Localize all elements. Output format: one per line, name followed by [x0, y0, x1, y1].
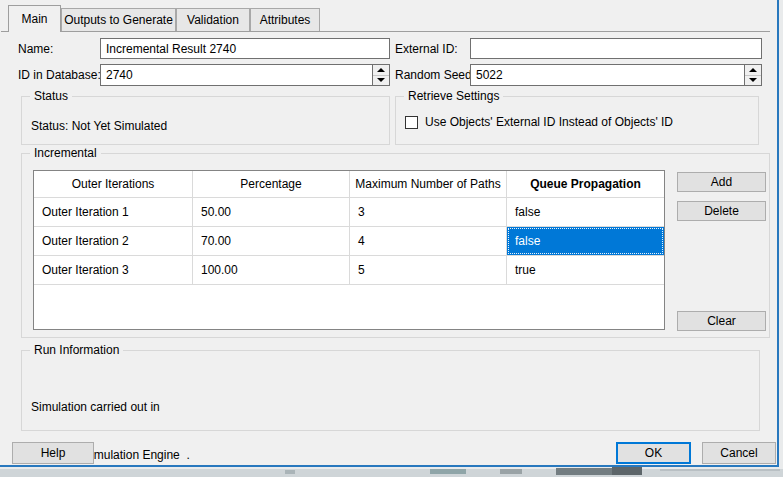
incremental-group-title: Incremental	[30, 146, 101, 160]
iterations-table: Outer Iterations Percentage Maximum Numb…	[33, 170, 665, 330]
result-properties-dialog: Main Outputs to Generate Validation Attr…	[0, 0, 779, 467]
cell-outer-iteration[interactable]: Outer Iteration 3	[34, 256, 193, 284]
id-in-database-input[interactable]: 2740	[100, 64, 390, 86]
cancel-button-label: Cancel	[720, 446, 757, 460]
run-information-title: Run Information	[30, 343, 123, 357]
spin-up-icon[interactable]	[373, 65, 389, 76]
ok-button[interactable]: OK	[616, 442, 691, 464]
cell-max-paths[interactable]: 5	[350, 256, 507, 284]
status-groupbox: Status Status: Not Yet Simulated	[21, 96, 390, 145]
spin-down-icon[interactable]	[745, 76, 761, 86]
help-button[interactable]: Help	[12, 442, 94, 464]
tabstrip-divider	[1, 31, 770, 32]
tab-outputs-label: Outputs to Generate	[64, 13, 173, 27]
id-in-database-spinner[interactable]	[372, 65, 389, 85]
tab-attributes-label: Attributes	[260, 13, 311, 27]
cell-queue-propagation[interactable]: false	[507, 198, 664, 226]
column-header-queue-propagation[interactable]: Queue Propagation	[507, 171, 664, 197]
column-header-outer-iterations[interactable]: Outer Iterations	[34, 171, 193, 197]
column-header-percentage[interactable]: Percentage	[193, 171, 350, 197]
delete-button[interactable]: Delete	[677, 201, 766, 221]
cell-max-paths[interactable]: 3	[350, 198, 507, 226]
name-label: Name:	[18, 38, 53, 59]
tab-main[interactable]: Main	[8, 5, 61, 32]
cell-max-paths[interactable]: 4	[350, 227, 507, 255]
tab-outputs-to-generate[interactable]: Outputs to Generate	[61, 8, 176, 31]
name-input[interactable]: Incremental Result 2740	[100, 38, 390, 59]
cell-queue-propagation-selected[interactable]: false	[507, 227, 664, 255]
delete-button-label: Delete	[704, 204, 739, 218]
status-text: Status: Not Yet Simulated	[31, 119, 167, 133]
add-button-label: Add	[711, 175, 732, 189]
cell-percentage[interactable]: 100.00	[193, 256, 350, 284]
cancel-button[interactable]: Cancel	[702, 442, 776, 464]
status-group-title: Status	[30, 89, 72, 103]
retrieve-settings-title: Retrieve Settings	[404, 89, 503, 103]
external-id-input[interactable]	[470, 38, 762, 59]
run-information-groupbox: Run Information Simulation carried out i…	[21, 350, 760, 431]
run-info-line: Simulation carried out in	[31, 399, 196, 415]
table-row[interactable]: Outer Iteration 2 70.00 4 false	[34, 227, 664, 256]
use-external-id-label: Use Objects' External ID Instead of Obje…	[425, 115, 673, 129]
id-in-database-value: 2740	[106, 68, 133, 82]
column-header-max-paths[interactable]: Maximum Number of Paths	[350, 171, 507, 197]
random-seed-label: Random Seed:	[395, 64, 475, 85]
cell-queue-propagation[interactable]: true	[507, 256, 664, 284]
spin-up-icon[interactable]	[745, 65, 761, 76]
add-button[interactable]: Add	[677, 172, 766, 192]
cell-outer-iteration[interactable]: Outer Iteration 2	[34, 227, 193, 255]
tab-validation-label: Validation	[187, 13, 239, 27]
random-seed-spinner[interactable]	[744, 65, 761, 85]
random-seed-input[interactable]: 5022	[470, 64, 762, 86]
ok-button-label: OK	[645, 446, 662, 460]
cell-percentage[interactable]: 70.00	[193, 227, 350, 255]
spin-down-icon[interactable]	[373, 76, 389, 86]
table-header-row: Outer Iterations Percentage Maximum Numb…	[34, 171, 664, 198]
clear-button-label: Clear	[707, 314, 736, 328]
id-in-database-label: ID in Database:	[18, 64, 101, 85]
tab-validation[interactable]: Validation	[176, 8, 250, 31]
clear-button[interactable]: Clear	[677, 311, 766, 331]
background-window-strip	[0, 469, 783, 477]
tab-attributes[interactable]: Attributes	[250, 8, 320, 31]
external-id-label: External ID:	[395, 38, 458, 59]
help-button-label: Help	[41, 446, 66, 460]
table-row[interactable]: Outer Iteration 1 50.00 3 false	[34, 198, 664, 227]
table-row[interactable]: Outer Iteration 3 100.00 5 true	[34, 256, 664, 285]
use-external-id-checkbox[interactable]	[405, 116, 418, 129]
random-seed-value: 5022	[476, 68, 503, 82]
screen: { "tabs": [ { "label": "Main", "active":…	[0, 0, 783, 477]
retrieve-settings-groupbox: Retrieve Settings Use Objects' External …	[395, 96, 759, 145]
tab-main-label: Main	[21, 12, 47, 26]
cell-percentage[interactable]: 50.00	[193, 198, 350, 226]
cell-outer-iteration[interactable]: Outer Iteration 1	[34, 198, 193, 226]
name-value: Incremental Result 2740	[106, 42, 236, 56]
